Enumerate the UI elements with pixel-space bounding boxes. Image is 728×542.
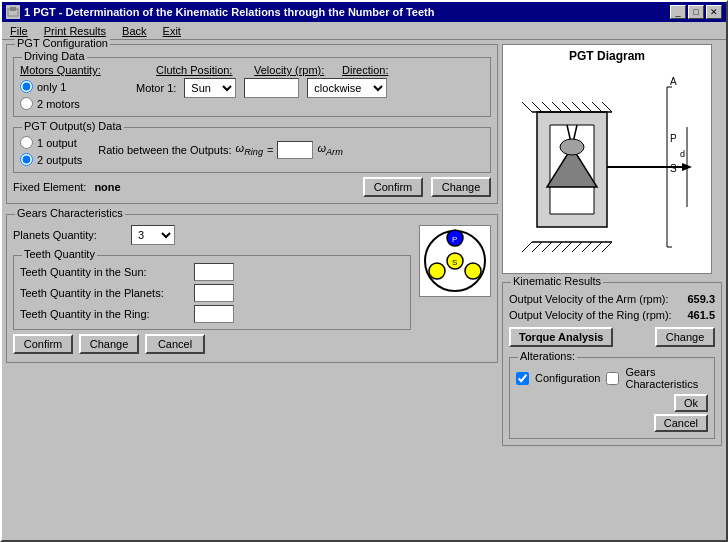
configuration-checkbox[interactable] bbox=[516, 372, 529, 385]
radio-only1[interactable] bbox=[20, 80, 33, 93]
svg-line-39 bbox=[602, 102, 612, 112]
fixed-element-value: none bbox=[94, 181, 120, 193]
menu-file[interactable]: File bbox=[6, 24, 32, 38]
content-area: PGT Configuration Driving Data Motors Qu… bbox=[2, 40, 726, 540]
svg-line-13 bbox=[552, 242, 562, 252]
change-pgt-button[interactable]: Change bbox=[431, 177, 491, 197]
ok-alterations-button[interactable]: Ok bbox=[674, 394, 708, 412]
pgt-outputs-group: PGT Output(s) Data 1 output 2 outputs bbox=[13, 127, 491, 173]
arm-velocity-value: 659.3 bbox=[687, 293, 715, 305]
omega-arm-label: ωArm bbox=[317, 142, 342, 157]
alterations-label: Alterations: bbox=[518, 350, 577, 362]
direction-select[interactable]: clockwise counter-clockwise bbox=[307, 78, 387, 98]
driving-data-label: Driving Data bbox=[22, 50, 87, 62]
pgt-outputs-label: PGT Output(s) Data bbox=[22, 120, 124, 132]
teeth-ring-label: Teeth Quantity in the Ring: bbox=[20, 308, 190, 320]
radio-1output-label: 1 output bbox=[37, 137, 77, 149]
gears-char-label: Gears Characteristics bbox=[15, 207, 125, 219]
menu-back[interactable]: Back bbox=[118, 24, 150, 38]
menu-print-results[interactable]: Print Results bbox=[40, 24, 110, 38]
radio-2outputs[interactable] bbox=[20, 153, 33, 166]
svg-text:A: A bbox=[670, 76, 677, 87]
svg-line-11 bbox=[532, 242, 542, 252]
ring-velocity-value: 461.5 bbox=[687, 309, 715, 321]
planets-quantity-row: Planets Quantity: 2 3 4 5 bbox=[13, 225, 411, 245]
teeth-planets-label: Teeth Quantity in the Planets: bbox=[20, 287, 190, 299]
diagram-svg: A P S d bbox=[512, 67, 702, 267]
svg-point-19 bbox=[560, 139, 584, 155]
radio-2motors[interactable] bbox=[20, 97, 33, 110]
svg-text:S: S bbox=[452, 258, 457, 267]
confirm-gears-button[interactable]: Confirm bbox=[13, 334, 73, 354]
pgt-config-label: PGT Configuration bbox=[15, 37, 110, 49]
window-title: 1 PGT - Determination of the Kinematic R… bbox=[24, 6, 435, 18]
kinematic-label: Kinematic Results bbox=[511, 275, 603, 287]
teeth-ring-input[interactable]: 82 bbox=[194, 305, 234, 323]
gears-bottom-buttons: Confirm Change Cancel bbox=[13, 334, 491, 354]
svg-line-35 bbox=[562, 102, 572, 112]
gears-checkbox-label: Gears Characteristics bbox=[625, 366, 708, 390]
svg-rect-1 bbox=[10, 7, 16, 11]
title-bar: 1 PGT - Determination of the Kinematic R… bbox=[2, 2, 726, 22]
motor1-select[interactable]: Sun Arm Ring bbox=[184, 78, 236, 98]
change-gears-button[interactable]: Change bbox=[79, 334, 139, 354]
svg-line-17 bbox=[592, 242, 602, 252]
confirm-pgt-button[interactable]: Confirm bbox=[363, 177, 423, 197]
pgt-config-group: PGT Configuration Driving Data Motors Qu… bbox=[6, 44, 498, 204]
svg-line-38 bbox=[592, 102, 602, 112]
svg-text:P: P bbox=[452, 235, 457, 244]
svg-line-14 bbox=[562, 242, 572, 252]
arm-velocity-label: Output Velocity of the Arm (rpm): bbox=[509, 293, 683, 305]
diagram-title: PGT Diagram bbox=[569, 49, 645, 63]
close-button[interactable]: ✕ bbox=[706, 5, 722, 19]
velocity-input[interactable]: 1200 bbox=[244, 78, 299, 98]
svg-line-15 bbox=[572, 242, 582, 252]
svg-line-37 bbox=[582, 102, 592, 112]
clutch-position-header: Clutch Position: bbox=[156, 64, 246, 76]
motor1-label: Motor 1: bbox=[136, 82, 176, 94]
teeth-planets-input[interactable]: 26 bbox=[194, 284, 234, 302]
teeth-sun-label: Teeth Quantity in the Sun: bbox=[20, 266, 190, 278]
radio-2motors-label: 2 motors bbox=[37, 98, 80, 110]
radio-1output[interactable] bbox=[20, 136, 33, 149]
cancel-alterations-button[interactable]: Cancel bbox=[654, 414, 708, 432]
svg-text:S: S bbox=[670, 163, 677, 174]
configuration-checkbox-label: Configuration bbox=[535, 372, 600, 384]
radio-only1-label: only 1 bbox=[37, 81, 66, 93]
ring-velocity-label: Output Velocity of the Ring (rpm): bbox=[509, 309, 683, 321]
svg-point-6 bbox=[465, 263, 481, 279]
teeth-sun-input[interactable]: 30 bbox=[194, 263, 234, 281]
svg-point-5 bbox=[429, 263, 445, 279]
driving-data-group: Driving Data Motors Quantity: Clutch Pos… bbox=[13, 57, 491, 117]
window-icon bbox=[6, 5, 20, 19]
alterations-group: Alterations: Configuration Gears Charact… bbox=[509, 357, 715, 439]
teeth-quantity-label: Teeth Quantity bbox=[22, 248, 97, 260]
maximize-button[interactable]: □ bbox=[688, 5, 704, 19]
pgt-diagram: PGT Diagram bbox=[502, 44, 712, 274]
planet-diagram: S P bbox=[419, 225, 491, 297]
svg-line-10 bbox=[522, 242, 532, 252]
ratio-input[interactable]: 0.7 bbox=[277, 141, 313, 159]
svg-line-16 bbox=[582, 242, 592, 252]
svg-line-36 bbox=[572, 102, 582, 112]
fixed-element-row: Fixed Element: none Confirm Change bbox=[13, 177, 491, 197]
main-window: 1 PGT - Determination of the Kinematic R… bbox=[0, 0, 728, 542]
svg-line-32 bbox=[532, 102, 542, 112]
planets-quantity-label: Planets Quantity: bbox=[13, 229, 123, 241]
fixed-element-label: Fixed Element: bbox=[13, 181, 86, 193]
radio-2outputs-label: 2 outputs bbox=[37, 154, 82, 166]
minimize-button[interactable]: _ bbox=[670, 5, 686, 19]
svg-line-33 bbox=[542, 102, 552, 112]
cancel-gears-button[interactable]: Cancel bbox=[145, 334, 205, 354]
menu-bar: File Print Results Back Exit bbox=[2, 22, 726, 40]
gears-checkbox[interactable] bbox=[606, 372, 619, 385]
svg-text:P: P bbox=[670, 133, 677, 144]
planets-select[interactable]: 2 3 4 5 bbox=[131, 225, 175, 245]
menu-exit[interactable]: Exit bbox=[159, 24, 185, 38]
gears-characteristics-group: Gears Characteristics Planets Quantity: … bbox=[6, 214, 498, 363]
velocity-header: Velocity (rpm): bbox=[254, 64, 334, 76]
torque-analysis-button[interactable]: Torque Analysis bbox=[509, 327, 613, 347]
kinematic-results-group: Kinematic Results Output Velocity of the… bbox=[502, 282, 722, 446]
direction-header: Direction: bbox=[342, 64, 388, 76]
change-kinematic-button[interactable]: Change bbox=[655, 327, 715, 347]
